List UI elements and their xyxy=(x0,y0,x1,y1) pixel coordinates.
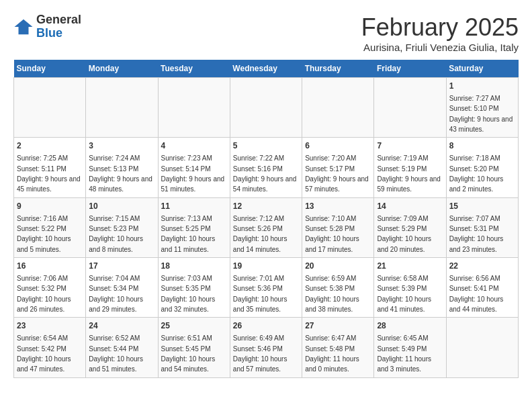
calendar-subtitle: Aurisina, Friuli Venezia Giulia, Italy xyxy=(361,42,519,53)
day-number: 25 xyxy=(161,320,227,332)
day-cell xyxy=(302,78,374,138)
day-cell: 9Sunrise: 7:16 AM Sunset: 5:22 PM Daylig… xyxy=(14,197,86,257)
svg-marker-0 xyxy=(15,19,33,35)
day-cell: 7Sunrise: 7:19 AM Sunset: 5:19 PM Daylig… xyxy=(374,138,446,197)
weekday-thursday: Thursday xyxy=(302,60,374,78)
weekday-wednesday: Wednesday xyxy=(230,60,302,78)
week-row-2: 2Sunrise: 7:25 AM Sunset: 5:11 PM Daylig… xyxy=(14,138,519,197)
weekday-saturday: Saturday xyxy=(446,60,518,78)
day-detail: Sunrise: 7:13 AM Sunset: 5:25 PM Dayligh… xyxy=(161,215,216,253)
day-detail: Sunrise: 6:51 AM Sunset: 5:45 PM Dayligh… xyxy=(161,334,216,373)
day-cell: 10Sunrise: 7:15 AM Sunset: 5:23 PM Dayli… xyxy=(86,197,158,257)
day-number: 21 xyxy=(377,261,443,272)
day-detail: Sunrise: 7:03 AM Sunset: 5:35 PM Dayligh… xyxy=(161,275,216,313)
day-cell: 12Sunrise: 7:12 AM Sunset: 5:26 PM Dayli… xyxy=(230,197,302,257)
day-number: 15 xyxy=(449,201,515,212)
day-number: 12 xyxy=(233,201,299,212)
day-number: 16 xyxy=(17,261,83,272)
day-number: 4 xyxy=(161,140,227,152)
day-number: 26 xyxy=(233,320,299,332)
day-detail: Sunrise: 7:27 AM Sunset: 5:10 PM Dayligh… xyxy=(449,95,513,133)
day-detail: Sunrise: 6:47 AM Sunset: 5:48 PM Dayligh… xyxy=(305,334,359,373)
day-detail: Sunrise: 7:20 AM Sunset: 5:17 PM Dayligh… xyxy=(305,154,369,193)
day-detail: Sunrise: 6:54 AM Sunset: 5:42 PM Dayligh… xyxy=(17,334,71,373)
day-cell: 4Sunrise: 7:23 AM Sunset: 5:14 PM Daylig… xyxy=(158,138,230,197)
day-detail: Sunrise: 7:12 AM Sunset: 5:26 PM Dayligh… xyxy=(233,215,287,253)
day-number: 1 xyxy=(449,81,515,92)
day-cell: 15Sunrise: 7:07 AM Sunset: 5:31 PM Dayli… xyxy=(446,197,518,257)
day-cell: 25Sunrise: 6:51 AM Sunset: 5:45 PM Dayli… xyxy=(158,318,230,377)
day-number: 23 xyxy=(17,320,83,332)
logo-icon xyxy=(13,17,34,37)
calendar-table: SundayMondayTuesdayWednesdayThursdayFrid… xyxy=(13,60,519,378)
day-cell: 23Sunrise: 6:54 AM Sunset: 5:42 PM Dayli… xyxy=(14,318,86,377)
day-detail: Sunrise: 7:19 AM Sunset: 5:19 PM Dayligh… xyxy=(377,154,441,193)
day-detail: Sunrise: 7:23 AM Sunset: 5:14 PM Dayligh… xyxy=(161,154,225,193)
weekday-header-row: SundayMondayTuesdayWednesdayThursdayFrid… xyxy=(14,60,519,78)
page-header: General Blue February 2025 Aurisina, Fri… xyxy=(13,13,519,53)
day-cell: 21Sunrise: 6:58 AM Sunset: 5:39 PM Dayli… xyxy=(374,258,446,318)
day-detail: Sunrise: 7:22 AM Sunset: 5:16 PM Dayligh… xyxy=(233,154,297,193)
weekday-tuesday: Tuesday xyxy=(158,60,230,78)
logo: General Blue xyxy=(13,13,81,40)
day-number: 6 xyxy=(305,140,371,152)
day-cell: 5Sunrise: 7:22 AM Sunset: 5:16 PM Daylig… xyxy=(230,138,302,197)
title-section: February 2025 Aurisina, Friuli Venezia G… xyxy=(361,13,519,53)
day-cell: 17Sunrise: 7:04 AM Sunset: 5:34 PM Dayli… xyxy=(86,258,158,318)
day-number: 2 xyxy=(17,140,83,152)
day-cell xyxy=(446,318,518,377)
day-number: 22 xyxy=(449,261,515,272)
day-cell: 28Sunrise: 6:45 AM Sunset: 5:49 PM Dayli… xyxy=(374,318,446,377)
day-detail: Sunrise: 6:59 AM Sunset: 5:38 PM Dayligh… xyxy=(305,275,359,313)
day-cell: 27Sunrise: 6:47 AM Sunset: 5:48 PM Dayli… xyxy=(302,318,374,377)
day-cell xyxy=(14,78,86,138)
logo-text: General Blue xyxy=(36,13,81,40)
day-detail: Sunrise: 6:58 AM Sunset: 5:39 PM Dayligh… xyxy=(377,275,431,313)
day-number: 17 xyxy=(89,261,154,272)
day-cell: 3Sunrise: 7:24 AM Sunset: 5:13 PM Daylig… xyxy=(86,138,158,197)
week-row-4: 16Sunrise: 7:06 AM Sunset: 5:32 PM Dayli… xyxy=(14,258,519,318)
day-number: 7 xyxy=(377,140,443,152)
day-detail: Sunrise: 7:09 AM Sunset: 5:29 PM Dayligh… xyxy=(377,215,431,253)
day-cell: 20Sunrise: 6:59 AM Sunset: 5:38 PM Dayli… xyxy=(302,258,374,318)
day-detail: Sunrise: 7:04 AM Sunset: 5:34 PM Dayligh… xyxy=(89,275,143,313)
day-number: 9 xyxy=(17,201,83,212)
day-cell: 14Sunrise: 7:09 AM Sunset: 5:29 PM Dayli… xyxy=(374,197,446,257)
weekday-sunday: Sunday xyxy=(14,60,86,78)
day-number: 8 xyxy=(449,140,515,152)
day-cell xyxy=(374,78,446,138)
day-number: 28 xyxy=(377,320,443,332)
day-number: 14 xyxy=(377,201,443,212)
day-detail: Sunrise: 6:45 AM Sunset: 5:49 PM Dayligh… xyxy=(377,334,431,373)
week-row-5: 23Sunrise: 6:54 AM Sunset: 5:42 PM Dayli… xyxy=(14,318,519,377)
day-detail: Sunrise: 6:56 AM Sunset: 5:41 PM Dayligh… xyxy=(449,275,504,313)
day-number: 3 xyxy=(89,140,154,152)
day-cell: 19Sunrise: 7:01 AM Sunset: 5:36 PM Dayli… xyxy=(230,258,302,318)
day-cell: 11Sunrise: 7:13 AM Sunset: 5:25 PM Dayli… xyxy=(158,197,230,257)
day-number: 20 xyxy=(305,261,371,272)
day-number: 5 xyxy=(233,140,299,152)
day-number: 24 xyxy=(89,320,154,332)
day-number: 13 xyxy=(305,201,371,212)
weekday-friday: Friday xyxy=(374,60,446,78)
day-number: 18 xyxy=(161,261,227,272)
day-cell xyxy=(230,78,302,138)
day-cell: 6Sunrise: 7:20 AM Sunset: 5:17 PM Daylig… xyxy=(302,138,374,197)
day-detail: Sunrise: 7:06 AM Sunset: 5:32 PM Dayligh… xyxy=(17,275,71,313)
day-number: 27 xyxy=(305,320,371,332)
day-detail: Sunrise: 7:18 AM Sunset: 5:20 PM Dayligh… xyxy=(449,154,504,193)
week-row-1: 1Sunrise: 7:27 AM Sunset: 5:10 PM Daylig… xyxy=(14,78,519,138)
day-cell: 18Sunrise: 7:03 AM Sunset: 5:35 PM Dayli… xyxy=(158,258,230,318)
day-detail: Sunrise: 7:07 AM Sunset: 5:31 PM Dayligh… xyxy=(449,215,504,253)
day-cell: 1Sunrise: 7:27 AM Sunset: 5:10 PM Daylig… xyxy=(446,78,518,138)
day-detail: Sunrise: 7:10 AM Sunset: 5:28 PM Dayligh… xyxy=(305,215,359,253)
day-detail: Sunrise: 7:15 AM Sunset: 5:23 PM Dayligh… xyxy=(89,215,143,253)
day-cell: 24Sunrise: 6:52 AM Sunset: 5:44 PM Dayli… xyxy=(86,318,158,377)
day-cell xyxy=(158,78,230,138)
day-detail: Sunrise: 7:25 AM Sunset: 5:11 PM Dayligh… xyxy=(17,154,81,193)
day-cell: 22Sunrise: 6:56 AM Sunset: 5:41 PM Dayli… xyxy=(446,258,518,318)
day-detail: Sunrise: 7:24 AM Sunset: 5:13 PM Dayligh… xyxy=(89,154,152,193)
day-detail: Sunrise: 7:01 AM Sunset: 5:36 PM Dayligh… xyxy=(233,275,287,313)
day-detail: Sunrise: 6:52 AM Sunset: 5:44 PM Dayligh… xyxy=(89,334,143,373)
day-cell: 26Sunrise: 6:49 AM Sunset: 5:46 PM Dayli… xyxy=(230,318,302,377)
